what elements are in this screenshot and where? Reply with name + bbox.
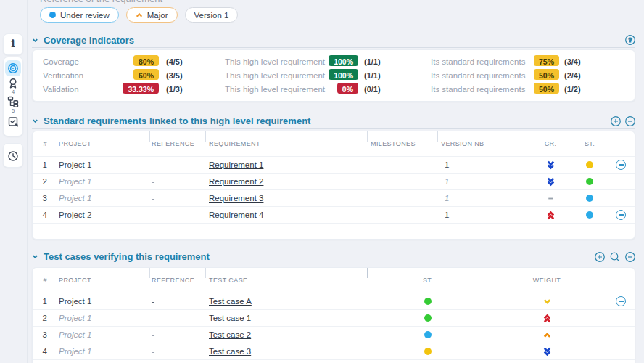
project-cell: Project 1 bbox=[59, 293, 91, 309]
criticality-cell bbox=[542, 157, 559, 173]
weight-cell bbox=[538, 360, 556, 363]
requirement-link[interactable]: Requirement 4 bbox=[209, 207, 263, 223]
version-cell: 1 bbox=[445, 157, 449, 173]
row-number: 1 bbox=[36, 293, 47, 309]
info-icon[interactable]: i bbox=[4, 38, 22, 49]
column-divider bbox=[205, 131, 206, 142]
reference-cell: - bbox=[152, 360, 154, 363]
severity-badge-label: Major bbox=[147, 11, 168, 20]
section-divider bbox=[32, 128, 635, 129]
status-badge: Under review bbox=[40, 7, 119, 23]
ratio-value: (3/4) bbox=[564, 55, 581, 69]
hierarchy-icon[interactable] bbox=[7, 96, 19, 107]
test-case-link[interactable]: Test case 3 bbox=[209, 343, 251, 359]
weight-cell bbox=[538, 310, 556, 326]
table-row: 5 Project 2 - Test case 4 bbox=[33, 359, 635, 363]
row-number: 1 bbox=[36, 157, 47, 173]
history-clock-icon[interactable] bbox=[7, 150, 19, 163]
minus-circle-icon[interactable] bbox=[616, 210, 626, 220]
col-num: # bbox=[36, 131, 47, 156]
sidebar-info-card: i bbox=[3, 33, 23, 55]
ratio-value: (1/1) bbox=[364, 69, 381, 83]
ratio-value: (3/5) bbox=[166, 69, 183, 83]
chevron-down-icon bbox=[32, 253, 38, 260]
requirement-link[interactable]: Requirement 3 bbox=[209, 190, 263, 206]
section-test-cases-header[interactable]: Test cases verifying this requirement bbox=[32, 251, 210, 262]
project-cell: Project 1 bbox=[59, 174, 91, 189]
collapse-section-button[interactable] bbox=[624, 251, 636, 263]
ratio-value: (1/2) bbox=[564, 83, 581, 97]
project-cell: Project 1 bbox=[59, 343, 91, 359]
minus-circle-icon[interactable] bbox=[616, 296, 626, 306]
column-divider bbox=[149, 131, 150, 142]
chevron-down-icon bbox=[32, 37, 38, 44]
unlink-row-button[interactable] bbox=[612, 157, 629, 173]
scope-label: This high level requirement bbox=[225, 69, 325, 83]
test-case-link[interactable]: Test case A bbox=[209, 293, 252, 309]
col-project: PROJECT bbox=[59, 131, 91, 156]
section-divider bbox=[32, 47, 635, 48]
add-test-case-button[interactable] bbox=[594, 251, 606, 263]
ratio-value: (2/4) bbox=[564, 69, 581, 83]
col-reference: REFERENCE bbox=[152, 131, 194, 156]
scope-label: Its standard requirements bbox=[431, 69, 525, 83]
ratio-value: (0/1) bbox=[364, 83, 381, 97]
project-cell: Project 1 bbox=[59, 190, 91, 206]
col-status: ST. bbox=[581, 131, 598, 156]
col-reference: REFERENCE bbox=[152, 268, 194, 293]
standard-requirements-table: # PROJECT REFERENCE REQUIREMENT ↑ MILEST… bbox=[32, 131, 635, 240]
scope-label: This high level requirement bbox=[225, 83, 325, 97]
col-num: # bbox=[36, 268, 47, 293]
column-divider bbox=[149, 268, 150, 278]
column-divider bbox=[367, 131, 368, 142]
weight-chevron-icon bbox=[542, 314, 552, 323]
table-row: 4 Project 2 - Requirement 4 1 bbox=[33, 206, 635, 223]
ratio-value: (4/5) bbox=[166, 55, 183, 69]
test-case-link[interactable]: Test case 4 bbox=[209, 360, 251, 363]
column-divider bbox=[205, 268, 206, 278]
unlink-row-button[interactable] bbox=[612, 293, 629, 309]
project-cell: Project 2 bbox=[59, 207, 91, 223]
sidebar-item-coverage-active[interactable] bbox=[5, 60, 21, 76]
status-cell bbox=[581, 207, 598, 223]
minus-circle-icon[interactable] bbox=[616, 160, 626, 170]
col-criticality: CR. bbox=[542, 131, 559, 156]
collapse-section-button[interactable] bbox=[624, 115, 636, 127]
test-case-link[interactable]: Test case 2 bbox=[209, 327, 251, 343]
coverage-row: Coverage 80% (4/5) This high level requi… bbox=[33, 55, 635, 69]
section-standard-requirements-header[interactable]: Standard requirements linked to this hig… bbox=[32, 115, 310, 126]
coverage-panel: Coverage 80% (4/5) This high level requi… bbox=[32, 49, 635, 102]
percent-badge: 80% bbox=[133, 55, 159, 66]
criticality-cell bbox=[542, 174, 559, 189]
criticality-cell bbox=[542, 190, 559, 206]
criticality-chevron-icon bbox=[546, 194, 556, 203]
requirement-link[interactable]: Requirement 2 bbox=[209, 174, 263, 189]
weight-cell bbox=[538, 343, 556, 359]
requirement-link[interactable]: Requirement 1 bbox=[209, 157, 263, 173]
tree-count-badge: 5 bbox=[4, 107, 22, 114]
criticality-chevron-icon bbox=[546, 177, 556, 187]
requirement-reference-text: Reference of the requirement bbox=[40, 0, 162, 4]
section-title: Test cases verifying this requirement bbox=[44, 251, 210, 262]
section-divider bbox=[32, 264, 635, 264]
add-requirement-button[interactable] bbox=[610, 115, 622, 127]
unlink-row-button[interactable] bbox=[612, 207, 629, 223]
status-dot bbox=[424, 348, 432, 355]
table-row: 1 Project 1 - Test case A bbox=[33, 293, 635, 309]
target-icon bbox=[7, 62, 19, 74]
status-dot bbox=[424, 314, 432, 322]
percent-badge: 100% bbox=[329, 69, 358, 80]
sort-asc-icon: ↑ bbox=[209, 131, 212, 156]
project-cell: Project 1 bbox=[59, 310, 91, 326]
row-number: 4 bbox=[36, 207, 47, 223]
section-coverage-header[interactable]: Coverage indicators bbox=[32, 35, 134, 46]
search-icon[interactable] bbox=[609, 251, 621, 263]
help-icon[interactable]: ? bbox=[624, 34, 636, 46]
medal-icon[interactable] bbox=[7, 78, 19, 89]
row-number: 2 bbox=[36, 174, 47, 189]
criticality-chevron-icon bbox=[546, 211, 556, 220]
status-dot bbox=[424, 298, 432, 305]
test-case-link[interactable]: Test case 1 bbox=[209, 310, 251, 326]
project-cell: Project 1 bbox=[59, 157, 91, 173]
checklist-icon[interactable] bbox=[7, 115, 19, 129]
